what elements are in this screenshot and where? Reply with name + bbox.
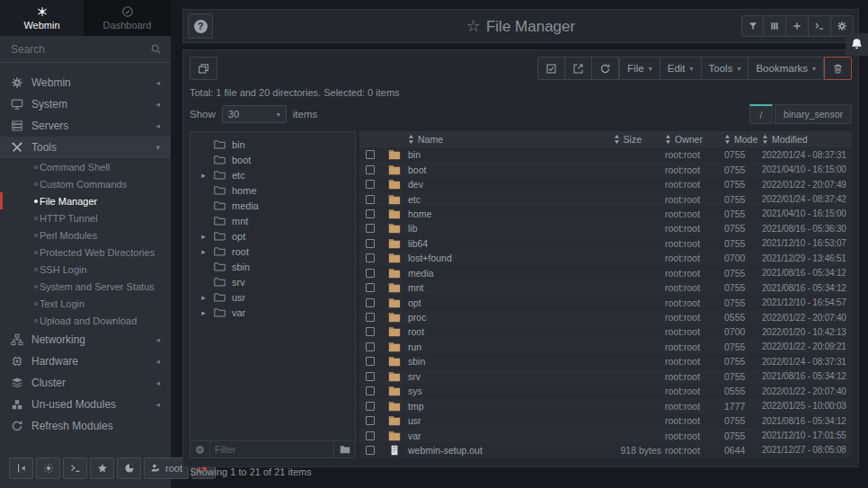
file-name[interactable]: root — [408, 326, 586, 337]
filter-input[interactable] — [209, 441, 333, 457]
file-name[interactable]: home — [408, 209, 586, 219]
file-name[interactable]: var — [408, 430, 586, 441]
add-tab-button[interactable] — [786, 15, 809, 37]
sidebar-category[interactable]: Servers ◂ — [0, 115, 171, 137]
tree-item[interactable]: ▸ media — [190, 198, 355, 213]
expand-arrow-icon[interactable]: ▸ — [199, 171, 208, 180]
sidebar-subitem[interactable]: Protected Web Directories — [0, 244, 171, 261]
sidebar-subitem[interactable]: File Manager — [0, 192, 171, 209]
menu-button[interactable]: Bookmarks ▾ — [748, 57, 824, 80]
sidebar-subitem[interactable]: HTTP Tunnel — [0, 209, 171, 226]
notifications-button[interactable] — [846, 33, 868, 56]
table-row[interactable]: opt root:root 0755 2021/12/10 - 16:54:57 — [359, 295, 852, 309]
file-name[interactable]: sys — [408, 386, 586, 396]
menu-button[interactable]: Tools ▾ — [702, 57, 749, 80]
file-name[interactable]: tmp — [408, 401, 586, 412]
row-checkbox[interactable] — [366, 150, 375, 159]
file-name[interactable]: boot — [408, 164, 586, 175]
column-header[interactable]: Owner — [665, 134, 724, 145]
row-checkbox[interactable] — [366, 402, 375, 411]
tree-item[interactable]: ▸ root — [190, 244, 355, 259]
tree-item[interactable]: ▸ var — [190, 305, 355, 320]
table-row[interactable]: run root:root 0755 2022/01/22 - 20:09:21 — [359, 340, 852, 354]
file-name[interactable]: mnt — [408, 282, 586, 293]
sidebar-category[interactable]: Un-used Modules ◂ — [0, 394, 171, 415]
table-row[interactable]: webmin-setup.out 918 bytes root:root 064… — [359, 443, 852, 457]
row-checkbox[interactable] — [366, 209, 375, 218]
row-checkbox[interactable] — [366, 386, 375, 395]
table-row[interactable]: sys root:root 0555 2022/01/22 - 20:07:40 — [359, 384, 852, 398]
row-checkbox[interactable] — [366, 180, 375, 189]
table-row[interactable]: sbin root:root 0755 2022/01/24 - 08:37:3… — [359, 354, 852, 368]
page-size-select[interactable]: 30 ▾ — [222, 105, 287, 123]
column-header[interactable]: Name — [408, 134, 586, 145]
tree-item[interactable]: ▸ srv — [190, 274, 355, 289]
file-name[interactable]: lib — [408, 223, 586, 234]
tree-item[interactable]: ▸ mnt — [190, 213, 355, 228]
file-name[interactable]: media — [408, 268, 586, 279]
expand-arrow-icon[interactable]: ▸ — [199, 308, 208, 317]
row-checkbox[interactable] — [366, 327, 375, 336]
table-row[interactable]: lib64 root:root 0755 2021/12/10 - 16:53:… — [359, 236, 852, 251]
sidebar-category[interactable]: Cluster ◂ — [0, 372, 171, 394]
table-row[interactable]: srv root:root 0755 2021/08/16 - 05:34:12 — [359, 369, 852, 384]
filter-button[interactable] — [741, 15, 764, 37]
menu-button[interactable]: Edit ▾ — [660, 57, 702, 80]
row-checkbox[interactable] — [366, 239, 375, 248]
file-name[interactable]: webmin-setup.out — [408, 445, 586, 456]
table-row[interactable]: etc root:root 0755 2022/01/24 - 08:37:42 — [359, 191, 852, 206]
expand-arrow-icon[interactable]: ▸ — [199, 232, 208, 241]
row-checkbox[interactable] — [366, 165, 375, 174]
table-row[interactable]: dev root:root 0755 2022/01/22 - 20:07:49 — [359, 177, 852, 191]
row-checkbox[interactable] — [366, 253, 375, 262]
search-input[interactable] — [11, 43, 150, 56]
tree-item[interactable]: ▸ home — [190, 182, 355, 198]
file-name[interactable]: lib64 — [408, 238, 586, 249]
file-name[interactable]: usr — [408, 415, 586, 426]
breadcrumb-root[interactable]: / — [749, 104, 773, 124]
table-row[interactable]: media root:root 0755 2021/08/16 - 05:34:… — [359, 266, 852, 280]
table-row[interactable]: var root:root 0755 2021/12/10 - 17:01:55 — [359, 428, 852, 442]
table-row[interactable]: root root:root 0700 2022/01/20 - 10:42:1… — [359, 324, 852, 339]
sidebar-subitem[interactable]: Custom Commands — [0, 175, 171, 192]
tree-item[interactable]: ▸ sbin — [190, 259, 355, 274]
file-name[interactable]: run — [408, 342, 586, 352]
breadcrumb-current[interactable]: binary_sensor — [775, 104, 852, 124]
row-checkbox[interactable] — [366, 283, 375, 292]
row-checkbox[interactable] — [366, 372, 375, 381]
tree-item[interactable]: ▸ etc — [190, 167, 355, 182]
columns-button[interactable] — [764, 15, 786, 37]
column-header[interactable]: Modified — [762, 134, 852, 145]
row-checkbox[interactable] — [366, 224, 375, 233]
file-name[interactable]: bin — [408, 149, 586, 160]
row-checkbox[interactable] — [366, 357, 375, 366]
sidebar-subitem[interactable]: Command Shell — [0, 158, 171, 175]
sidebar-subitem[interactable]: SSH Login — [0, 261, 171, 278]
favorites-button[interactable] — [90, 457, 114, 479]
sidebar-category[interactable]: Webmin ◂ — [0, 72, 171, 93]
expand-arrow-icon[interactable]: ▸ — [199, 247, 208, 256]
table-row[interactable]: usr root:root 0755 2021/08/16 - 05:34:12 — [359, 413, 852, 428]
table-row[interactable]: proc root:root 0555 2022/01/22 - 20:07:4… — [359, 310, 852, 324]
menu-button[interactable]: File ▾ — [619, 57, 660, 80]
select-all-button[interactable] — [537, 57, 565, 80]
theme-button[interactable] — [36, 457, 60, 479]
clear-filter-icon[interactable] — [195, 445, 205, 455]
language-button[interactable] — [117, 457, 141, 479]
tab-dashboard[interactable]: Dashboard — [84, 0, 171, 36]
file-name[interactable]: srv — [408, 371, 586, 382]
table-row[interactable]: tmp root:root 1777 2022/01/25 - 10:00:03 — [359, 398, 852, 413]
file-name[interactable]: etc — [408, 194, 586, 205]
file-name[interactable]: proc — [408, 312, 586, 323]
sidebar-category-tools[interactable]: Tools ▾ — [0, 137, 171, 158]
tree-item[interactable]: ▸ opt — [190, 228, 355, 244]
table-row[interactable]: bin root:root 0755 2022/01/24 - 08:37:31 — [359, 147, 852, 162]
sidebar-subitem[interactable]: Perl Modules — [0, 226, 171, 244]
sidebar-subitem[interactable]: Upload and Download — [0, 312, 171, 329]
table-row[interactable]: lib root:root 0755 2021/08/16 - 05:36:30 — [359, 221, 852, 235]
expand-arrow-icon[interactable]: ▸ — [199, 293, 208, 302]
tree-folder-button[interactable] — [333, 441, 355, 457]
file-name[interactable]: opt — [408, 297, 586, 308]
row-checkbox[interactable] — [366, 269, 375, 278]
collapse-sidebar-button[interactable] — [9, 457, 33, 479]
